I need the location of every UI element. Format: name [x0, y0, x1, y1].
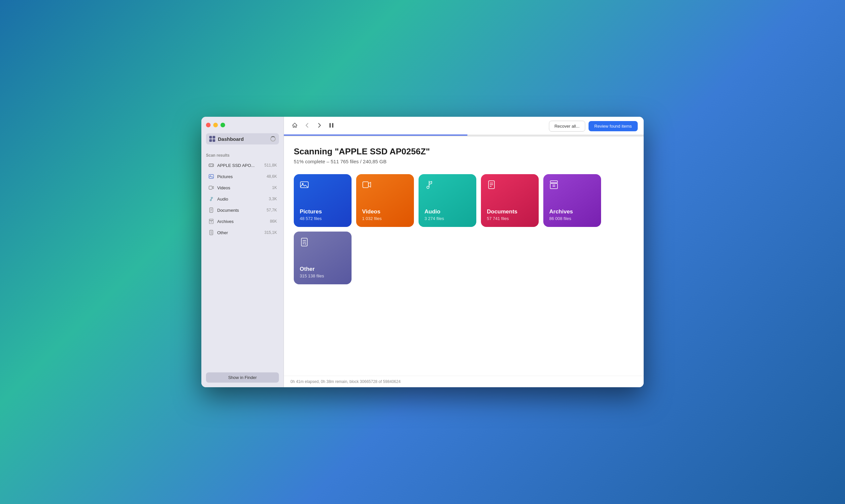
recover-all-button[interactable]: Recover all... [549, 121, 585, 132]
sidebar-item-documents[interactable]: Documents 57,7K [203, 205, 282, 215]
sidebar-item-audio-name: Audio [217, 197, 269, 201]
sidebar-item-videos-count: 1K [272, 185, 277, 190]
category-card-audio[interactable]: Audio 3 274 files [419, 174, 476, 227]
minimize-button[interactable] [213, 123, 218, 127]
svg-point-38 [305, 244, 306, 245]
svg-rect-24 [363, 182, 368, 188]
spinner-icon [270, 136, 276, 142]
pictures-icon [208, 173, 214, 180]
progress-bar-container [284, 134, 644, 136]
sidebar-item-archives-count: 86K [270, 219, 277, 223]
videos-icon [208, 184, 214, 191]
category-card-documents[interactable]: Documents 57 741 files [481, 174, 539, 227]
sidebar-item-audio[interactable]: Audio 3,3K [203, 194, 282, 204]
videos-card-icon [362, 180, 371, 192]
sidebar-item-ssd-name: APPLE SSD APO... [217, 163, 264, 168]
sidebar-item-pictures[interactable]: Pictures 48,6K [203, 171, 282, 182]
svg-rect-31 [550, 183, 558, 189]
svg-point-19 [212, 233, 212, 234]
dashboard-button[interactable]: Dashboard [206, 133, 279, 144]
svg-rect-21 [332, 123, 333, 128]
pause-button[interactable] [327, 121, 336, 131]
other-icon [208, 229, 214, 236]
sidebar: Dashboard Scan results APPLE SSD APO... … [201, 117, 284, 387]
dashboard-label: Dashboard [218, 136, 244, 142]
category-card-videos[interactable]: Videos 1 032 files [356, 174, 414, 227]
other-card-count: 315 138 files [300, 273, 324, 278]
sidebar-item-pictures-count: 48,6K [267, 174, 277, 179]
documents-card-name: Documents [487, 209, 517, 215]
close-button[interactable] [206, 123, 211, 127]
review-found-button[interactable]: Review found items [588, 121, 638, 131]
pictures-card-count: 48 572 files [300, 216, 322, 221]
scan-title: Scanning "APPLE SSD AP0256Z" [294, 146, 634, 157]
svg-rect-3 [209, 175, 214, 178]
svg-point-25 [427, 186, 429, 189]
sidebar-item-archives[interactable]: Archives 86K [203, 216, 282, 227]
audio-card-count: 3 274 files [424, 216, 444, 221]
archives-card-name: Archives [549, 209, 573, 215]
category-card-archives[interactable]: Archives 86 008 files [543, 174, 601, 227]
pictures-card-icon [300, 180, 309, 192]
sidebar-item-pictures-name: Pictures [217, 174, 267, 179]
grid-icon [209, 136, 215, 142]
app-window: Dashboard Scan results APPLE SSD APO... … [201, 117, 644, 387]
svg-rect-20 [330, 123, 331, 128]
home-button[interactable] [290, 121, 300, 131]
toolbar: Recover all... Review found items [284, 117, 644, 137]
sidebar-top: Dashboard [201, 117, 284, 149]
sidebar-item-other-name: Other [217, 230, 264, 235]
category-card-pictures[interactable]: Pictures 48 572 files [294, 174, 352, 227]
sidebar-item-other-count: 315,1K [264, 230, 277, 235]
sidebar-item-archives-name: Archives [217, 219, 270, 224]
documents-icon [208, 207, 214, 213]
sidebar-item-videos[interactable]: Videos 1K [203, 182, 282, 193]
categories-grid: Pictures 48 572 files Videos 1 032 files [294, 174, 634, 284]
sidebar-footer: Show in Finder [201, 368, 284, 387]
main-footer: 0h 41m elapsed, 0h 38m remain, block 306… [284, 376, 644, 387]
svg-point-1 [212, 165, 213, 166]
forward-button[interactable] [315, 121, 323, 131]
documents-card-count: 57 741 files [487, 216, 509, 221]
svg-rect-5 [209, 186, 212, 189]
maximize-button[interactable] [221, 123, 225, 127]
audio-icon [208, 196, 214, 202]
category-card-other[interactable]: Other 315 138 files [294, 232, 352, 284]
sidebar-item-audio-count: 3,3K [269, 197, 277, 201]
documents-card-icon [487, 180, 496, 192]
sidebar-item-ssd-count: 511,8K [264, 163, 277, 167]
videos-card-name: Videos [362, 209, 380, 215]
sidebar-item-other[interactable]: Other 315,1K [203, 227, 282, 238]
scan-results-label: Scan results [201, 149, 284, 160]
sidebar-item-videos-name: Videos [217, 185, 272, 190]
back-button[interactable] [303, 121, 312, 131]
progress-bar-fill [284, 134, 468, 136]
archives-icon [208, 218, 214, 224]
videos-card-count: 1 032 files [362, 216, 382, 221]
audio-card-name: Audio [424, 209, 440, 215]
other-card-name: Other [300, 266, 315, 272]
sidebar-item-documents-count: 57,7K [267, 208, 277, 212]
traffic-lights [206, 123, 279, 127]
svg-point-6 [210, 200, 212, 201]
svg-rect-11 [209, 219, 213, 220]
audio-card-icon [424, 180, 434, 192]
archives-card-icon [549, 180, 559, 192]
main-panel: Recover all... Review found items Scanni… [284, 117, 644, 387]
pictures-card-name: Pictures [300, 209, 322, 215]
archives-card-count: 86 008 files [549, 216, 571, 221]
footer-status: 0h 41m elapsed, 0h 38m remain, block 306… [291, 379, 401, 384]
main-content: Scanning "APPLE SSD AP0256Z" 51% complet… [284, 137, 644, 376]
show-finder-button[interactable]: Show in Finder [206, 372, 279, 383]
hdd-icon [208, 162, 214, 168]
scan-subtitle: 51% complete – 511 765 files / 240,85 GB [294, 159, 634, 164]
sidebar-item-documents-name: Documents [217, 208, 267, 213]
svg-rect-30 [550, 181, 558, 183]
sidebar-item-ssd[interactable]: APPLE SSD APO... 511,8K [203, 160, 282, 170]
other-card-icon [300, 237, 309, 249]
